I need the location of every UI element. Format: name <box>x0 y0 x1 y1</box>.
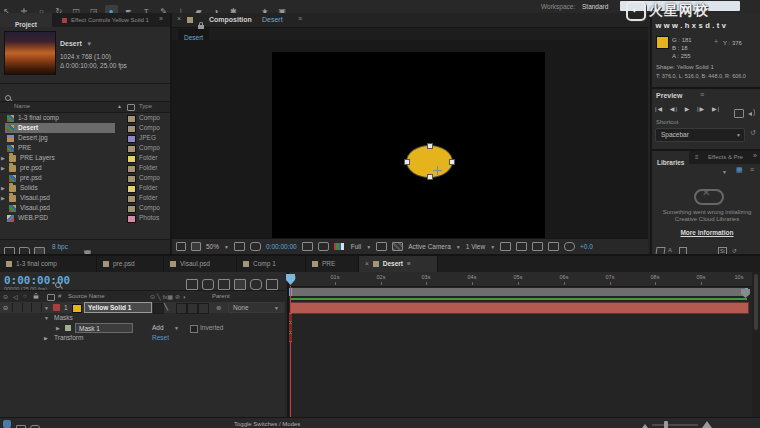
previous-frame-button[interactable]: ◀| <box>670 106 678 112</box>
timeline-tab-visaul-psd[interactable]: Visaul.psd <box>164 256 237 272</box>
region-of-interest-icon[interactable] <box>376 242 387 251</box>
playhead-handle[interactable] <box>286 274 295 285</box>
resolution-value[interactable]: Full <box>351 243 361 250</box>
label-color-chip[interactable] <box>127 135 136 143</box>
tab-effects-presets[interactable]: Effects & Pre <box>708 154 743 160</box>
sync-icon[interactable]: ↺ <box>732 247 737 254</box>
work-area-bar[interactable] <box>291 288 747 296</box>
expand-icon[interactable]: ▶ <box>1 163 5 173</box>
tab-overflow-icon[interactable]: » <box>753 152 757 159</box>
first-frame-button[interactable]: |◀ <box>655 106 663 112</box>
mask-vertex-handle-left[interactable] <box>404 159 410 165</box>
layer-visibility-icon[interactable]: ⊙ <box>3 304 8 311</box>
camera-view-value[interactable]: Active Camera <box>408 243 451 250</box>
expand-icon[interactable]: ▶ <box>1 193 5 203</box>
shy-toggle-icon[interactable] <box>3 420 11 428</box>
exposure-value[interactable]: +0.0 <box>580 243 593 250</box>
tab-overflow-icon[interactable]: » <box>159 15 163 22</box>
timeline-tab-1-3-final-comp[interactable]: 1-3 final comp <box>0 256 97 272</box>
workspace-value[interactable]: Standard <box>582 3 608 10</box>
layer-label-chip[interactable] <box>53 304 60 311</box>
mask-vertex-handle-right[interactable] <box>449 159 455 165</box>
timeline-tab-pre-psd[interactable]: pre.psd <box>97 256 164 272</box>
zoom-level-value[interactable]: 50% <box>206 243 219 250</box>
show-snapshot-icon[interactable] <box>318 242 329 251</box>
timeline-zoom-slider-handle[interactable] <box>664 421 668 428</box>
label-color-chip[interactable] <box>127 195 136 203</box>
mask-mode-dropdown-icon[interactable]: ▼ <box>174 325 179 331</box>
layer-solo-cell[interactable] <box>22 303 32 312</box>
label-color-chip[interactable] <box>127 115 136 123</box>
bit-depth-button[interactable]: 8 bpc <box>52 243 68 250</box>
label-color-chip[interactable] <box>127 125 136 133</box>
transform-twirl-icon[interactable]: ▶ <box>44 335 48 341</box>
channel-icon[interactable] <box>334 243 344 250</box>
zoom-out-mountain-icon[interactable] <box>642 424 648 428</box>
frame-blending-toggle-icon[interactable] <box>16 420 26 428</box>
col-name[interactable]: Name <box>14 103 30 109</box>
panel-menu-icon[interactable]: ≡ <box>298 15 302 22</box>
col-type[interactable]: Type <box>139 103 152 109</box>
more-information-link[interactable]: More information <box>652 229 760 236</box>
view-layout-dropdown-icon[interactable]: ▼ <box>490 244 495 250</box>
comp-viewer-area[interactable] <box>172 40 648 238</box>
toggle-switches-modes-button[interactable]: Toggle Switches / Modes <box>234 421 300 427</box>
project-row-pre-psd-comp[interactable]: pre.psd Compo <box>0 173 170 183</box>
project-row-visaul-folder[interactable]: ▶ Visaul.psd Folder <box>0 193 170 203</box>
label-color-chip[interactable] <box>127 155 136 163</box>
source-name-column-label[interactable]: Source Name <box>68 293 105 299</box>
expand-icon[interactable]: ▶ <box>1 183 5 193</box>
camera-dropdown-icon[interactable]: ▼ <box>456 244 461 250</box>
zoom-dropdown-icon[interactable]: ▼ <box>224 244 229 250</box>
tab-libraries[interactable]: Libraries <box>652 151 689 164</box>
mask-color-chip[interactable] <box>65 325 71 331</box>
timeline-tab-desert[interactable]: × Desert ≡ <box>359 256 438 272</box>
resolution-dropdown-icon[interactable]: ▼ <box>366 244 371 250</box>
mask-mode-dropdown[interactable]: Add <box>152 324 164 331</box>
text-asset-icon[interactable]: A <box>668 247 672 253</box>
grid-view-icon[interactable]: ▦ <box>736 166 743 174</box>
mask-visibility-icon[interactable] <box>250 242 261 251</box>
view-layout-value[interactable]: 1 View <box>466 243 485 250</box>
parent-column-label[interactable]: Parent <box>212 293 230 299</box>
next-frame-button[interactable]: |▶ <box>697 106 705 112</box>
project-row-web-psd[interactable]: WEB.PSD Photos <box>0 213 170 223</box>
transform-group-row[interactable]: ▶ Transform Reset <box>0 333 285 343</box>
list-view-icon[interactable]: ≡ <box>750 166 754 173</box>
mask-twirl-icon[interactable]: ▶ <box>56 325 60 331</box>
label-color-chip[interactable] <box>127 165 136 173</box>
expand-icon[interactable]: ▶ <box>1 153 5 163</box>
tab-effect-controls[interactable]: Effect Controls Yellow Solid 1 <box>71 17 149 23</box>
close-icon[interactable]: × <box>365 256 369 272</box>
fast-previews-icon[interactable] <box>532 242 543 251</box>
project-row-pre[interactable]: PRE Compo <box>0 143 170 153</box>
label-color-chip[interactable] <box>127 145 136 153</box>
timeline-ruler[interactable]: 0s 01s 02s 03s 04s 05s 06s 07s 08s 09s 1… <box>289 272 754 287</box>
project-row-solids[interactable]: ▶ Solids Folder <box>0 183 170 193</box>
transform-reset-link[interactable]: Reset <box>152 334 169 341</box>
libraries-dropdown-icon[interactable]: ▼ <box>722 169 727 175</box>
project-row-desert-jpg[interactable]: Desert.jpg JPEG <box>0 133 170 143</box>
adjust-exposure-icon[interactable] <box>564 242 575 251</box>
current-time-indicator-line[interactable] <box>290 286 291 417</box>
project-row-desert[interactable]: Desert Compo <box>0 123 170 133</box>
parent-dropdown[interactable]: None ▼ <box>228 302 282 313</box>
mask-row[interactable]: ▶ Mask 1 Add ▼ Inverted <box>0 323 285 333</box>
last-frame-button[interactable]: ▶| <box>712 106 720 112</box>
scrollbar-thumb[interactable] <box>754 274 758 330</box>
pixel-aspect-icon[interactable] <box>516 242 527 251</box>
label-color-chip[interactable] <box>127 215 136 223</box>
masks-group-row[interactable]: ▼ Masks <box>0 313 285 323</box>
tab-project[interactable]: Project <box>0 13 52 27</box>
sort-arrow-icon[interactable]: ▲ <box>117 103 122 109</box>
timeline-zoom-slider-track[interactable] <box>652 424 698 426</box>
snapshot-icon[interactable] <box>302 242 313 251</box>
preview-name-dropdown-icon[interactable]: ▼ <box>86 41 92 47</box>
libraries-menu-icon[interactable]: ≡ <box>695 154 699 160</box>
layer-duration-bar[interactable] <box>290 302 749 314</box>
audio-mute-icon[interactable] <box>748 104 756 122</box>
ram-preview-icon[interactable] <box>734 104 744 122</box>
project-row-pre-psd-folder[interactable]: ▶ pre.psd Folder <box>0 163 170 173</box>
close-icon[interactable]: × <box>177 15 181 22</box>
comp-marker-bin-icon[interactable] <box>741 289 750 298</box>
